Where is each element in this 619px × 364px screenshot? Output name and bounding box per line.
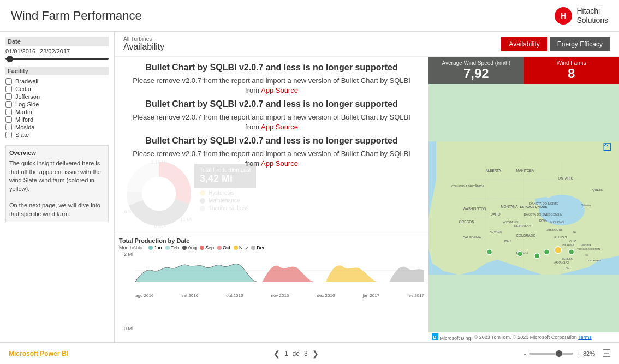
facility-item: Mosida [5,123,109,131]
powerbi-link[interactable]: Microsoft Power BI [9,350,68,357]
svg-text:IOWA: IOWA [539,219,547,222]
facility-item: Cedar [5,85,109,93]
facility-name: Jefferson [15,93,40,100]
zoom-controls: - + 82% [524,349,610,358]
svg-point-53 [487,249,492,255]
svg-text:COLORADO: COLORADO [516,234,536,237]
month-label: Jan [154,245,162,250]
month-label: Nov [239,245,248,250]
facility-checkbox[interactable] [5,93,12,100]
svg-text:ESTADOS UNIDOS: ESTADOS UNIDOS [520,206,547,209]
x-label-dez: dez 2016 [317,293,335,298]
wind-farms-stat: Wind Farms 8 [524,57,620,84]
area-chart-svg [135,252,424,290]
content-body: Bullet Chart by SQLBI v2.0.7 and less is… [115,57,619,342]
error-sub-3: Please remove v2.0.7 from the report and… [115,149,428,169]
svg-text:OREGON: OREGON [459,220,474,224]
svg-text:INDIANA: INDIANA [562,243,574,247]
svg-text:MONTANA: MONTANA [501,205,519,209]
x-label-fev: fev 2017 [407,293,424,298]
svg-point-57 [555,247,562,254]
y-label-bottom: 0 Mi [119,326,133,331]
month-dot [182,246,187,250]
facility-label: Facility [5,67,109,75]
date-range: 01/01/2016 28/02/2017 [5,48,109,55]
overview-section: Overview The quick insight delivered her… [5,145,109,222]
month-legend-item: Feb [165,245,180,250]
app-source-link-1[interactable]: App Source [261,86,298,94]
facility-checkbox[interactable] [5,86,12,92]
facility-checkbox[interactable] [5,124,12,130]
svg-point-55 [534,253,540,259]
svg-text:MD: MD [585,254,588,256]
prev-page-button[interactable]: ❮ [273,349,280,358]
svg-text:B: B [433,335,437,340]
svg-text:VIRGÍNIA OCIDENTAL: VIRGÍNIA OCIDENTAL [577,248,600,250]
date-slider[interactable] [5,58,109,60]
facility-checkbox[interactable] [5,78,12,85]
date-label: Date [5,37,109,46]
facility-checkbox[interactable] [5,101,12,108]
facility-item: Slate [5,131,109,139]
svg-text:ILLINOIS: ILLINOIS [554,236,567,239]
month-legend-item: Dec [251,245,265,250]
svg-text:NEBRASKA: NEBRASKA [514,224,531,228]
x-label-out: out 2016 [226,293,243,298]
facility-item: Milford [5,116,109,123]
app-title: Wind Farm Performance [11,9,142,23]
y-label-top: 2 Mi [119,252,133,257]
error-sub-2: Please remove v2.0.7 from the report and… [115,112,428,132]
facility-name: Cedar [15,86,32,92]
facility-checkbox[interactable] [5,109,12,115]
month-dot [165,246,170,250]
month-dot [217,246,222,250]
attribution-text: © 2023 TomTom, © 2023 Microsoft Corporat… [474,335,577,340]
facility-item: Jefferson [5,93,109,100]
terms-link[interactable]: Terms [578,335,592,340]
map-background: COLUMBIA BRITÂNICA ALBERTA MANITOBA ONTA… [428,84,619,332]
hitachi-logo-icon: H [555,7,572,25]
facility-checkbox[interactable] [5,116,12,123]
svg-text:QUEBE: QUEBE [592,188,603,192]
svg-point-54 [517,251,523,256]
facility-name: Milford [15,116,33,123]
facility-name: Slate [15,132,29,138]
zoom-minus[interactable]: - [524,350,526,357]
app-source-link-2[interactable]: App Source [261,123,298,131]
overview-title: Overview [9,149,105,157]
svg-text:CALIFORNIA: CALIFORNIA [463,236,481,239]
availability-title: Availability [123,42,164,52]
month-label: Aug [188,245,197,250]
zoom-plus[interactable]: + [576,350,580,357]
zoom-slider[interactable] [529,353,573,355]
facility-checkbox[interactable] [5,132,12,138]
map-attribution: B Microsoft Bing © 2023 TomTom, © 2023 M… [428,332,619,342]
month-dot [148,246,153,250]
avg-wind-stat: Average Wind Speed (km/h) 7,92 [428,57,524,84]
overview-text: The quick insight delivered here is that… [9,159,105,218]
svg-text:ARKANSAS: ARKANSAS [554,261,569,264]
svg-text:MANITOBA: MANITOBA [516,169,534,172]
svg-text:NY: NY [573,231,576,234]
svg-text:ONTARIO: ONTARIO [558,176,573,180]
charts-area: Bullet Chart by SQLBI v2.0.7 and less is… [115,57,428,342]
fullscreen-icon[interactable] [603,349,610,358]
month-legend-item: Sep [200,245,214,250]
next-page-button[interactable]: ❯ [312,349,319,358]
error-msg-3: Bullet Chart by SQLBI v2.0.7 and less is… [134,135,408,147]
map-svg: COLUMBIA BRITÂNICA ALBERTA MANITOBA ONTA… [428,84,619,332]
svg-text:MISSOURI: MISSOURI [546,228,562,231]
page-separator: de [293,350,300,357]
hitachi-logo-text: HitachiSolutions [576,7,608,25]
facility-item: Log Side [5,100,109,108]
svg-text:NEVADA: NEVADA [490,230,502,234]
svg-text:VIRGÍNIA: VIRGÍNIA [581,244,591,247]
tab-energy-efficacy[interactable]: Energy Efficacy [550,37,610,51]
map-area: Average Wind Speed (km/h) 7,92 Wind Farm… [428,57,619,342]
page-total: 3 [304,350,308,357]
facility-item: Bradwell [5,77,109,85]
tab-availability[interactable]: Availability [501,37,547,51]
production-chart-area: Total Production by Date MonthAbbr JanFe… [115,234,428,342]
error-msg-2: Bullet Chart by SQLBI v2.0.7 and less is… [134,99,408,110]
app-source-link-3[interactable]: App Source [261,159,298,168]
